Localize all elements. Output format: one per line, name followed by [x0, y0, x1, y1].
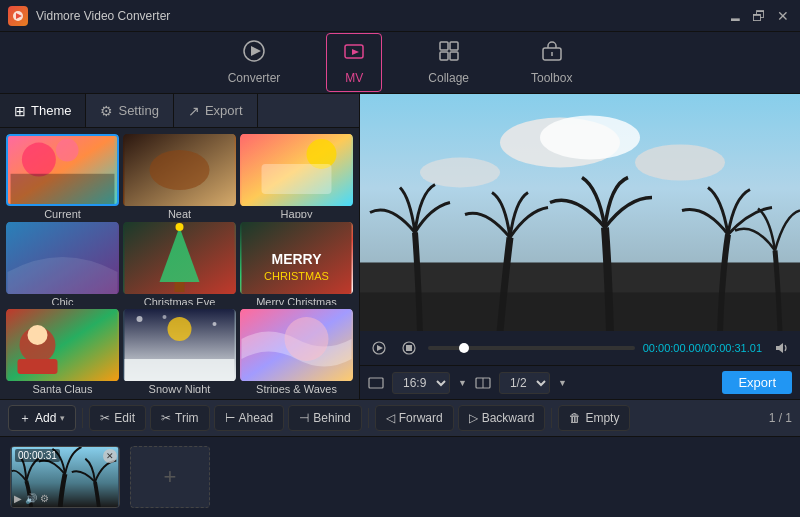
forward-button[interactable]: ◁ Forward: [375, 405, 454, 431]
clip-audio-icon[interactable]: 🔊: [25, 493, 37, 504]
svg-point-43: [540, 116, 640, 160]
nav-mv[interactable]: MV: [326, 33, 382, 92]
clip-duration: 00:00:31: [15, 449, 60, 462]
svg-point-40: [285, 317, 329, 361]
timeline: 00:00:31 ✕ ▶ 🔊 ⚙ +: [0, 437, 800, 517]
time-display: 00:00:00.00/00:00:31.01: [643, 342, 762, 354]
tab-export-label: Export: [205, 103, 243, 118]
clip-thumbnail: 00:00:31 ✕ ▶ 🔊 ⚙: [11, 447, 119, 507]
nav-toolbox-label: Toolbox: [531, 71, 572, 85]
tab-theme[interactable]: ⊞ Theme: [0, 94, 86, 127]
theme-snowy-night-label: Snowy Night: [123, 381, 236, 393]
behind-button[interactable]: ⊣ Behind: [288, 405, 361, 431]
backward-button[interactable]: ▷ Backward: [458, 405, 546, 431]
right-panel: 00:00:00.00/00:00:31.01 16:9 4:3 1:1 ▼ 1…: [360, 94, 800, 399]
theme-neat-label: Neat: [123, 206, 236, 218]
theme-santa-claus[interactable]: Santa Claus: [6, 309, 119, 393]
svg-rect-53: [369, 378, 383, 388]
svg-point-17: [150, 150, 210, 190]
empty-button[interactable]: 🗑 Empty: [558, 405, 630, 431]
theme-stripes-waves[interactable]: Stripes & Waves: [240, 309, 353, 393]
trim-icon: ✂: [161, 411, 171, 425]
add-label: Add: [35, 411, 56, 425]
trim-label: Trim: [175, 411, 199, 425]
ahead-button[interactable]: ⊢ Ahead: [214, 405, 285, 431]
export-button[interactable]: Export: [722, 371, 792, 394]
zoom-select[interactable]: 1/2 1/1 2/1: [499, 372, 550, 394]
tab-theme-label: Theme: [31, 103, 71, 118]
theme-happy[interactable]: Happy: [240, 134, 353, 218]
add-button[interactable]: ＋ Add ▾: [8, 405, 76, 431]
theme-christmas-eve[interactable]: Christmas Eve: [123, 222, 236, 306]
theme-snowy-night[interactable]: Snowy Night: [123, 309, 236, 393]
theme-snowy-night-thumb: [123, 309, 236, 381]
video-controls: 00:00:00.00/00:00:31.01: [360, 331, 800, 365]
title-bar: Vidmore Video Converter 🗕 🗗 ✕: [0, 0, 800, 32]
nav-converter-label: Converter: [228, 71, 281, 85]
empty-label: Empty: [585, 411, 619, 425]
svg-rect-32: [18, 359, 58, 374]
svg-point-31: [28, 325, 48, 345]
svg-rect-47: [360, 293, 800, 332]
progress-indicator: [459, 343, 469, 353]
add-dropdown-arrow: ▾: [60, 413, 65, 423]
maximize-button[interactable]: 🗗: [750, 7, 768, 25]
clip-close-button[interactable]: ✕: [103, 449, 117, 463]
close-button[interactable]: ✕: [774, 7, 792, 25]
edit-button[interactable]: ✂ Edit: [89, 405, 146, 431]
page-count: 1 / 1: [769, 411, 792, 425]
edit-label: Edit: [114, 411, 135, 425]
tab-export[interactable]: ↗ Export: [174, 94, 258, 127]
theme-current[interactable]: ✓ Current: [6, 134, 119, 218]
clip-settings-icon[interactable]: ⚙: [40, 493, 49, 504]
volume-button[interactable]: [770, 337, 792, 359]
mv-icon: [343, 40, 365, 67]
nav-collage[interactable]: Collage: [412, 34, 485, 91]
theme-stripes-waves-label: Stripes & Waves: [240, 381, 353, 393]
svg-text:MERRY: MERRY: [271, 251, 322, 267]
stop-button[interactable]: [398, 337, 420, 359]
backward-icon: ▷: [469, 411, 478, 425]
nav-mv-label: MV: [345, 71, 363, 85]
aspect-ratio-select[interactable]: 16:9 4:3 1:1: [392, 372, 450, 394]
svg-rect-15: [11, 174, 115, 204]
add-clip-button[interactable]: +: [130, 446, 210, 508]
svg-rect-7: [450, 42, 458, 50]
svg-point-44: [635, 145, 725, 181]
toolbar-separator-1: [82, 408, 83, 428]
nav-converter[interactable]: Converter: [212, 34, 297, 91]
svg-point-14: [56, 139, 79, 162]
main-layout: ⊞ Theme ⚙ Setting ↗ Export ✓: [0, 94, 800, 399]
behind-label: Behind: [313, 411, 350, 425]
theme-merry-christmas[interactable]: MERRY CHRISTMAS Merry Christmas: [240, 222, 353, 306]
theme-chic[interactable]: Chic: [6, 222, 119, 306]
play-button[interactable]: [368, 337, 390, 359]
minimize-button[interactable]: 🗕: [726, 7, 744, 25]
progress-bar[interactable]: [428, 346, 635, 350]
toolbar-separator-2: [368, 408, 369, 428]
svg-point-36: [213, 322, 217, 326]
theme-merry-christmas-thumb: MERRY CHRISTMAS: [240, 222, 353, 294]
behind-icon: ⊣: [299, 411, 309, 425]
theme-neat[interactable]: Neat: [123, 134, 236, 218]
timeline-clip[interactable]: 00:00:31 ✕ ▶ 🔊 ⚙: [10, 446, 120, 508]
zoom-icon: [475, 375, 491, 391]
tab-setting[interactable]: ⚙ Setting: [86, 94, 173, 127]
aspect-ratio-icon: [368, 375, 384, 391]
svg-point-34: [168, 317, 192, 341]
ratio-dropdown-arrow: ▼: [458, 378, 467, 388]
trim-button[interactable]: ✂ Trim: [150, 405, 210, 431]
nav-toolbox[interactable]: Toolbox: [515, 34, 588, 91]
clip-play-icon[interactable]: ▶: [14, 493, 22, 504]
svg-point-35: [137, 316, 143, 322]
collage-icon: [438, 40, 460, 67]
svg-marker-52: [776, 343, 783, 353]
svg-point-45: [420, 158, 500, 188]
window-controls: 🗕 🗗 ✕: [726, 7, 792, 25]
svg-marker-3: [251, 46, 261, 56]
panel-tabs: ⊞ Theme ⚙ Setting ↗ Export: [0, 94, 359, 128]
setting-tab-icon: ⚙: [100, 103, 113, 119]
theme-current-thumb: ✓: [6, 134, 119, 206]
add-clip-icon: +: [164, 464, 177, 490]
trash-icon: 🗑: [569, 411, 581, 425]
